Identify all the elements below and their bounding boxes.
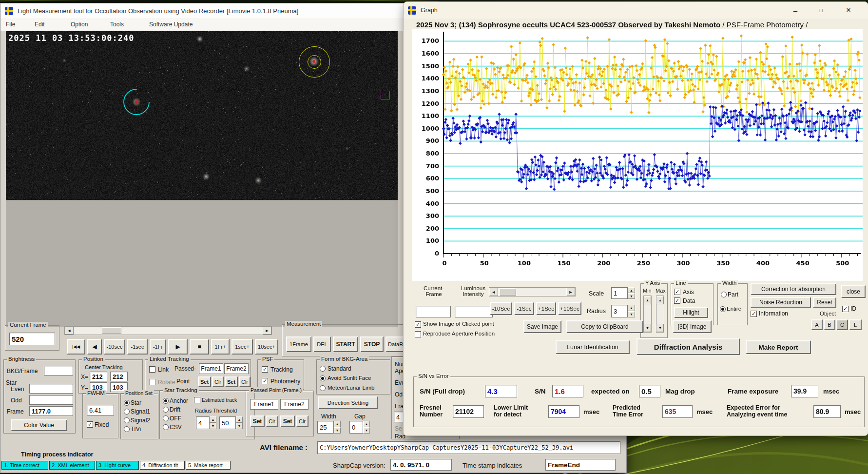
bkg-avoid-sunlit-radio[interactable]	[320, 375, 326, 381]
id-checkbox[interactable]	[842, 306, 849, 312]
tab-diffraction[interactable]: 4. Diffraction tit	[140, 461, 185, 470]
reset-button[interactable]: Reset	[813, 297, 836, 308]
fwhm-fixed-checkbox[interactable]	[87, 421, 93, 428]
information-checkbox[interactable]	[751, 311, 757, 317]
line-axis-checkbox[interactable]	[674, 289, 680, 295]
tab-light-curve[interactable]: 3. Light curve	[96, 461, 139, 470]
menu-file[interactable]: File	[6, 21, 15, 28]
play-backward-button[interactable]: ◀	[87, 339, 102, 355]
light-curve-chart[interactable]	[412, 29, 863, 281]
frame-exposure-field[interactable]: 39.9	[791, 385, 818, 397]
correction-absorption-button[interactable]: Correction for absorption	[751, 283, 836, 295]
track-threshold-spinner[interactable]	[236, 416, 243, 429]
object-c-button[interactable]: C	[836, 319, 848, 330]
fresnel-field[interactable]: 21102	[453, 405, 484, 418]
menu-software-update[interactable]: Software Update	[149, 21, 193, 28]
menu-tools[interactable]: Tools	[110, 21, 124, 28]
minus-10sec-graph-button[interactable]: -10Sec	[490, 302, 512, 315]
copy-to-clipboard-button[interactable]: Copy to ClipBoard	[566, 320, 643, 333]
diffraction-analysis-button[interactable]: Diffraction Analysis	[637, 338, 740, 355]
width-field[interactable]: 25	[317, 421, 334, 434]
object-b-button[interactable]: B	[824, 319, 835, 330]
tab-make-report[interactable]: 5. Make report	[186, 461, 231, 470]
measure-stop-button[interactable]: STOP	[360, 336, 384, 352]
minus-1sec-button[interactable]: -1sec	[127, 339, 148, 355]
frame-brightness-field[interactable]: 1177.0	[29, 406, 73, 416]
lunar-identification-button[interactable]: Lunar Identification	[556, 340, 630, 354]
linked-frame2-button[interactable]: Frame2	[224, 363, 249, 374]
skip-to-start-button[interactable]: |◀◀	[67, 339, 85, 355]
maximize-button[interactable]: □	[810, 3, 832, 17]
graph-current-frame-field[interactable]	[416, 306, 451, 317]
width-part-radio[interactable]	[721, 292, 727, 297]
star-even-field[interactable]	[29, 384, 73, 394]
tab-time-correct[interactable]: 1. Time correct	[1, 461, 48, 470]
posset-tivi-radio[interactable]	[124, 426, 130, 432]
scale-field[interactable]: 1	[611, 287, 628, 299]
link-checkbox[interactable]	[149, 366, 155, 373]
posset-signal2-radio[interactable]	[124, 417, 130, 423]
minus-1frame-button[interactable]: -1Fr	[150, 339, 166, 355]
graph-scrollbar-thumb[interactable]	[500, 288, 516, 296]
menu-option[interactable]: Option	[71, 21, 88, 28]
linked-frame1-button[interactable]: Frame1	[199, 363, 223, 374]
passed-frame2-field[interactable]: Frame2	[280, 399, 309, 410]
tab-xml-element[interactable]: 2. XML element	[49, 461, 95, 470]
track-off-radio[interactable]	[163, 415, 169, 421]
track-anchor-radio[interactable]	[163, 398, 169, 404]
measure-1frame-button[interactable]: 1Frame	[286, 336, 311, 352]
color-value-button[interactable]: Color Value	[11, 419, 67, 431]
track-radius-spinner[interactable]	[210, 416, 216, 429]
y-max-spinner[interactable]	[656, 296, 664, 333]
frame-scrollbar-thumb[interactable]	[102, 327, 121, 334]
lower-limit-field[interactable]: 7904	[548, 405, 579, 418]
avi-filename-field[interactable]: C:¥Users¥owner¥Desktop¥SharpCap Captures…	[317, 441, 620, 454]
current-frame-field[interactable]: 520	[9, 333, 55, 345]
estimated-track-checkbox[interactable]	[194, 397, 200, 403]
graph-scrollbar[interactable]: ◄ ►	[489, 287, 576, 296]
object-l-button[interactable]: L	[849, 319, 862, 330]
line-data-checkbox[interactable]	[674, 297, 680, 304]
x-tracking-field[interactable]: 212	[110, 372, 128, 381]
plus-10sec-graph-button[interactable]: +10Sec	[558, 302, 581, 315]
object-a-button[interactable]: A	[811, 319, 823, 330]
rotate-checkbox[interactable]	[149, 379, 155, 385]
measure-del-button[interactable]: DEL	[313, 336, 331, 352]
radius-spinner[interactable]	[628, 305, 635, 317]
track-csv-radio[interactable]	[163, 424, 169, 430]
width-entire-radio[interactable]	[720, 306, 726, 312]
scroll-right-arrow-icon[interactable]: ►	[263, 327, 271, 335]
measure-start-button[interactable]: START	[333, 336, 358, 352]
noise-reduction-button[interactable]: Noise Reduction	[751, 297, 811, 308]
graph-luminous-field[interactable]	[455, 306, 493, 317]
psf-photometry-checkbox[interactable]	[262, 378, 268, 384]
graph-scroll-right-icon[interactable]: ►	[566, 288, 575, 296]
plus-1sec-graph-button[interactable]: +1Sec	[536, 302, 556, 315]
posset-signal1-radio[interactable]	[124, 409, 130, 415]
bkg-meteor-radio[interactable]	[320, 385, 326, 391]
show-image-checkbox[interactable]	[415, 321, 421, 328]
linked-set1-button[interactable]: Set	[198, 376, 211, 387]
gap-spinner[interactable]	[363, 421, 370, 434]
predicted-error-field[interactable]: 635	[662, 405, 693, 418]
close-window-button[interactable]: ×	[835, 3, 862, 17]
direction-setting-button[interactable]: Direction Setting	[318, 396, 378, 409]
x-center-field[interactable]: 212	[90, 372, 107, 381]
gap-field[interactable]: 0	[349, 421, 363, 434]
reproduce-aperture-checkbox[interactable]	[415, 331, 421, 337]
radius-field[interactable]: 3	[611, 305, 628, 317]
passed-frame1-field[interactable]: Frame1	[250, 399, 278, 410]
passed-set1-button[interactable]: Set	[250, 415, 265, 427]
play-button[interactable]: ▶	[168, 339, 188, 355]
width-spinner[interactable]	[334, 421, 341, 434]
scroll-left-arrow-icon[interactable]: ◄	[65, 327, 74, 335]
bkg-standard-radio[interactable]	[320, 366, 326, 372]
make-report-button[interactable]: Make Report	[746, 340, 811, 354]
linked-clr2-button[interactable]: Clr	[239, 376, 251, 387]
hilight-button[interactable]: Hilight	[674, 307, 708, 318]
graph-scroll-left-icon[interactable]: ◄	[489, 288, 498, 296]
plus-1frame-button[interactable]: 1Fr+	[211, 339, 230, 355]
passed-clr1-button[interactable]: Clr	[266, 415, 278, 427]
track-threshold-field[interactable]: 50	[219, 416, 236, 429]
sharpcap-version-field[interactable]: 4. 0. 9571. 0	[390, 459, 452, 471]
